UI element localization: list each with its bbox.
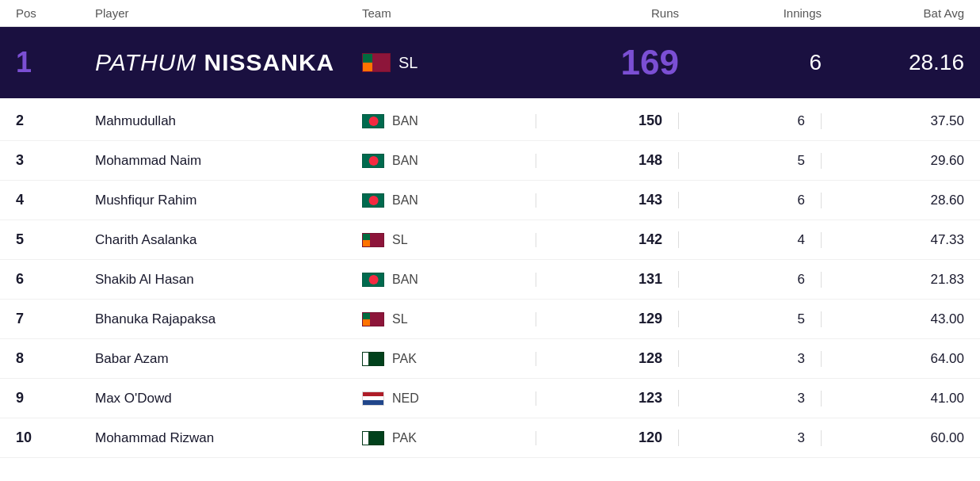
row-flag-icon bbox=[362, 352, 384, 366]
col-innings: Innings bbox=[679, 6, 822, 20]
row-runs: 142 bbox=[536, 231, 679, 248]
row-team: BAN bbox=[362, 114, 536, 128]
row-innings: 3 bbox=[679, 391, 822, 407]
rows-container: 2 Mahmudullah BAN 150 6 37.50 3 Mohammad… bbox=[0, 101, 980, 458]
table-row: 8 Babar Azam PAK 128 3 64.00 bbox=[0, 339, 980, 379]
row-pos: 9 bbox=[16, 390, 95, 407]
row-avg: 43.00 bbox=[822, 311, 964, 327]
row-player: Charith Asalanka bbox=[95, 232, 362, 248]
row-player: Mohammad Rizwan bbox=[95, 430, 362, 446]
row-pos: 5 bbox=[16, 231, 95, 248]
row-team-code: PAK bbox=[392, 431, 417, 445]
row-team-code: BAN bbox=[392, 273, 418, 287]
row-innings: 4 bbox=[679, 232, 822, 248]
row-pos: 10 bbox=[16, 429, 95, 446]
row-team-code: SL bbox=[392, 233, 408, 247]
table-row: 5 Charith Asalanka SL 142 4 47.33 bbox=[0, 220, 980, 260]
table-row: 3 Mohammad Naim BAN 148 5 29.60 bbox=[0, 141, 980, 181]
featured-runs: 169 bbox=[536, 43, 679, 82]
featured-team: SL bbox=[362, 53, 536, 72]
col-runs: Runs bbox=[536, 6, 679, 20]
row-innings: 5 bbox=[679, 153, 822, 169]
row-flag-icon bbox=[362, 154, 384, 168]
row-player: Shakib Al Hasan bbox=[95, 272, 362, 288]
row-pos: 2 bbox=[16, 113, 95, 129]
row-runs: 150 bbox=[536, 113, 679, 129]
row-avg: 64.00 bbox=[822, 351, 964, 367]
table-row: 10 Mohammad Rizwan PAK 120 3 60.00 bbox=[0, 418, 980, 458]
stats-table: Pos Player Team Runs Innings Bat Avg 1 P… bbox=[0, 0, 980, 458]
col-avg: Bat Avg bbox=[822, 6, 964, 20]
row-team: BAN bbox=[362, 273, 536, 287]
table-row: 4 Mushfiqur Rahim BAN 143 6 28.60 bbox=[0, 181, 980, 220]
row-avg: 47.33 bbox=[822, 232, 964, 248]
row-innings: 6 bbox=[679, 272, 822, 288]
row-pos: 6 bbox=[16, 271, 95, 288]
row-avg: 60.00 bbox=[822, 430, 964, 446]
row-pos: 7 bbox=[16, 311, 95, 327]
table-row: 7 Bhanuka Rajapaksa SL 129 5 43.00 bbox=[0, 300, 980, 339]
featured-team-code: SL bbox=[398, 54, 418, 72]
row-pos: 8 bbox=[16, 350, 95, 367]
row-player: Babar Azam bbox=[95, 351, 362, 367]
row-innings: 5 bbox=[679, 311, 822, 327]
row-pos: 4 bbox=[16, 192, 95, 208]
row-team: SL bbox=[362, 312, 536, 326]
row-avg: 21.83 bbox=[822, 272, 964, 288]
table-row: 2 Mahmudullah BAN 150 6 37.50 bbox=[0, 101, 980, 141]
row-flag-icon bbox=[362, 431, 384, 445]
row-runs: 129 bbox=[536, 311, 679, 327]
row-flag-icon bbox=[362, 233, 384, 247]
row-team-code: SL bbox=[392, 312, 408, 326]
featured-avg: 28.16 bbox=[822, 50, 964, 75]
col-player: Player bbox=[95, 6, 362, 20]
row-flag-icon bbox=[362, 193, 384, 208]
row-avg: 41.00 bbox=[822, 391, 964, 407]
featured-pos: 1 bbox=[16, 46, 95, 79]
row-runs: 123 bbox=[536, 390, 679, 407]
featured-row: 1 PATHUM NISSANKA SL 169 6 28.16 bbox=[0, 27, 980, 98]
row-runs: 120 bbox=[536, 429, 679, 446]
row-player: Max O'Dowd bbox=[95, 391, 362, 407]
row-team: PAK bbox=[362, 352, 536, 366]
row-team: PAK bbox=[362, 431, 536, 445]
row-team-code: BAN bbox=[392, 193, 418, 208]
row-team-code: BAN bbox=[392, 154, 418, 168]
row-runs: 143 bbox=[536, 192, 679, 208]
table-header: Pos Player Team Runs Innings Bat Avg bbox=[0, 0, 980, 27]
row-innings: 3 bbox=[679, 351, 822, 367]
row-team: BAN bbox=[362, 193, 536, 208]
row-team-code: NED bbox=[392, 391, 419, 406]
row-runs: 128 bbox=[536, 350, 679, 367]
row-runs: 148 bbox=[536, 152, 679, 169]
row-innings: 6 bbox=[679, 193, 822, 208]
featured-player: PATHUM NISSANKA bbox=[95, 49, 362, 76]
col-pos: Pos bbox=[16, 6, 95, 20]
featured-innings: 6 bbox=[679, 50, 822, 75]
row-avg: 28.60 bbox=[822, 193, 964, 208]
row-flag-icon bbox=[362, 312, 384, 326]
row-avg: 29.60 bbox=[822, 153, 964, 169]
row-player: Mohammad Naim bbox=[95, 153, 362, 169]
row-innings: 6 bbox=[679, 113, 822, 129]
row-team: NED bbox=[362, 391, 536, 406]
row-flag-icon bbox=[362, 114, 384, 128]
row-innings: 3 bbox=[679, 430, 822, 446]
row-avg: 37.50 bbox=[822, 113, 964, 129]
featured-flag-icon bbox=[362, 53, 391, 72]
featured-player-last: NISSANKA bbox=[204, 49, 335, 75]
table-row: 6 Shakib Al Hasan BAN 131 6 21.83 bbox=[0, 260, 980, 300]
row-team: SL bbox=[362, 233, 536, 247]
featured-player-first: PATHUM bbox=[95, 49, 204, 75]
table-row: 9 Max O'Dowd NED 123 3 41.00 bbox=[0, 379, 980, 418]
row-player: Mahmudullah bbox=[95, 113, 362, 129]
row-runs: 131 bbox=[536, 271, 679, 288]
col-team: Team bbox=[362, 6, 536, 20]
row-team-code: PAK bbox=[392, 352, 417, 366]
row-team-code: BAN bbox=[392, 114, 418, 128]
row-flag-icon bbox=[362, 391, 384, 406]
row-flag-icon bbox=[362, 273, 384, 287]
row-pos: 3 bbox=[16, 152, 95, 169]
row-player: Bhanuka Rajapaksa bbox=[95, 311, 362, 327]
row-team: BAN bbox=[362, 154, 536, 168]
